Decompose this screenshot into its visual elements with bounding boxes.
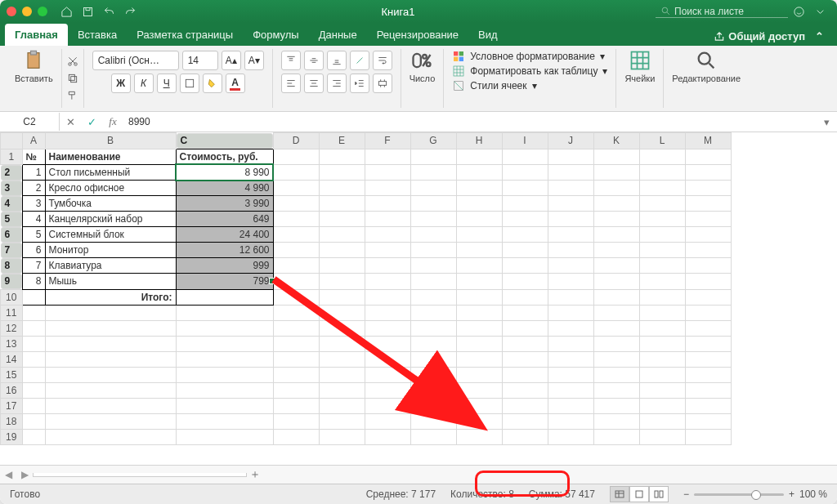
cell[interactable]: 24 400 [176, 227, 273, 243]
cell[interactable]: Кресло офисное [45, 181, 176, 196]
wrap-text-button[interactable] [373, 51, 392, 70]
page-break-view-button[interactable] [649, 486, 669, 502]
decrease-font-button[interactable]: A▾ [244, 51, 264, 70]
align-middle-button[interactable] [304, 51, 324, 70]
cell[interactable]: 2 [22, 181, 45, 196]
cancel-icon[interactable]: ✕ [60, 116, 81, 128]
cell[interactable]: 4 990 [176, 181, 273, 196]
redo-icon[interactable] [121, 2, 139, 20]
col-header-D[interactable]: D [273, 133, 319, 149]
page-layout-view-button[interactable] [629, 486, 649, 502]
tab-home[interactable]: Главная [5, 24, 68, 46]
font-color-button[interactable]: A [226, 74, 245, 93]
cell[interactable]: Стол письменный [45, 164, 176, 181]
cell[interactable]: Монитор [45, 243, 176, 258]
normal-view-button[interactable] [610, 486, 629, 502]
cell[interactable]: Стоимость, руб. [176, 149, 273, 164]
col-header-H[interactable]: H [456, 133, 502, 149]
cell[interactable]: 999 [176, 258, 273, 274]
font-size-select[interactable]: 14 [182, 51, 218, 70]
minimize-window-button[interactable] [22, 7, 32, 16]
cell[interactable]: 12 600 [176, 243, 273, 258]
align-right-button[interactable] [327, 74, 347, 93]
prev-sheet-button[interactable]: ◀ [0, 469, 16, 480]
tab-insert[interactable]: Вставка [68, 24, 127, 46]
sheet-tab[interactable] [33, 473, 247, 477]
cell[interactable]: Клавиатура [45, 258, 176, 274]
cell-total-label[interactable]: Итого: [45, 289, 176, 305]
tab-review[interactable]: Рецензирование [367, 24, 468, 46]
cut-icon[interactable] [64, 52, 82, 69]
increase-font-button[interactable]: A▴ [222, 51, 241, 70]
col-header-K[interactable]: K [593, 133, 639, 149]
cell[interactable]: Тумбочка [45, 196, 176, 212]
col-header-I[interactable]: I [502, 133, 548, 149]
share-button[interactable]: Общий доступ ⌃ [705, 30, 832, 46]
col-header-M[interactable]: M [685, 133, 731, 149]
number-format-button[interactable]: Число [410, 49, 436, 83]
spreadsheet-grid[interactable]: A B C D E F G H I J K L M 1№Наименование… [0, 132, 837, 465]
col-header-L[interactable]: L [639, 133, 685, 149]
cell[interactable]: 649 [176, 212, 273, 227]
add-sheet-button[interactable]: ＋ [247, 467, 263, 482]
select-all-corner[interactable] [1, 133, 23, 149]
col-header-F[interactable]: F [365, 133, 410, 149]
expand-formula-icon[interactable]: ▾ [816, 116, 837, 128]
maximize-window-button[interactable] [38, 7, 47, 16]
cell[interactable]: 1 [22, 164, 45, 181]
paste-button[interactable]: Вставить [15, 49, 53, 83]
cell[interactable]: Канцелярский набор [45, 212, 176, 227]
align-bottom-button[interactable] [327, 51, 347, 70]
orientation-button[interactable] [350, 51, 369, 70]
cell[interactable]: 7 [22, 258, 45, 274]
expand-icon[interactable] [811, 2, 829, 20]
col-header-A[interactable]: A [22, 133, 45, 149]
selection-handle[interactable] [269, 278, 275, 284]
fill-color-button[interactable] [203, 74, 222, 93]
merge-button[interactable] [373, 74, 392, 93]
home-icon[interactable] [57, 2, 75, 20]
cell[interactable]: 3 990 [176, 196, 273, 212]
format-as-table-button[interactable]: Форматировать как таблицу▾ [452, 64, 607, 78]
zoom-in-button[interactable]: + [789, 488, 794, 500]
col-header-E[interactable]: E [319, 133, 365, 149]
cell-active[interactable]: 8 990 [176, 164, 273, 181]
formula-input[interactable]: 8990 [123, 116, 816, 127]
cell[interactable]: 6 [22, 243, 45, 258]
tab-page-layout[interactable]: Разметка страницы [127, 24, 243, 46]
italic-button[interactable]: К [134, 74, 154, 93]
cell[interactable]: 8 [22, 274, 45, 290]
cell[interactable]: 5 [22, 227, 45, 243]
bold-button[interactable]: Ж [111, 74, 131, 93]
undo-icon[interactable] [100, 2, 118, 20]
col-header-G[interactable]: G [410, 133, 456, 149]
zoom-out-button[interactable]: − [683, 488, 689, 500]
save-icon[interactable] [78, 2, 96, 20]
cell[interactable]: 799 [176, 274, 273, 290]
cells-button[interactable]: Ячейки [624, 49, 655, 83]
cell[interactable]: 4 [22, 212, 45, 227]
tab-data[interactable]: Данные [309, 24, 367, 46]
cell[interactable]: 3 [22, 196, 45, 212]
next-sheet-button[interactable]: ▶ [16, 469, 33, 480]
cell[interactable]: Системный блок [45, 227, 176, 243]
align-center-button[interactable] [304, 74, 324, 93]
tab-formulas[interactable]: Формулы [243, 24, 309, 46]
zoom-slider[interactable] [694, 493, 784, 496]
tab-view[interactable]: Вид [468, 24, 508, 46]
conditional-formatting-button[interactable]: Условное форматирование▾ [452, 49, 605, 64]
copy-icon[interactable] [64, 69, 82, 87]
fx-icon[interactable]: fx [102, 115, 123, 128]
cell[interactable]: Мышь [45, 274, 176, 290]
name-box[interactable]: C2 [0, 113, 60, 131]
borders-button[interactable] [180, 74, 199, 93]
underline-button[interactable]: Ч [157, 74, 177, 93]
search-input[interactable]: Поиск на листе [656, 6, 788, 18]
cell[interactable]: № [22, 149, 45, 164]
col-header-J[interactable]: J [548, 133, 593, 149]
editing-button[interactable]: Редактирование [672, 49, 741, 83]
align-left-button[interactable] [281, 74, 301, 93]
col-header-B[interactable]: B [45, 133, 176, 149]
format-painter-icon[interactable] [64, 87, 82, 105]
cell[interactable]: Наименование [45, 149, 176, 164]
